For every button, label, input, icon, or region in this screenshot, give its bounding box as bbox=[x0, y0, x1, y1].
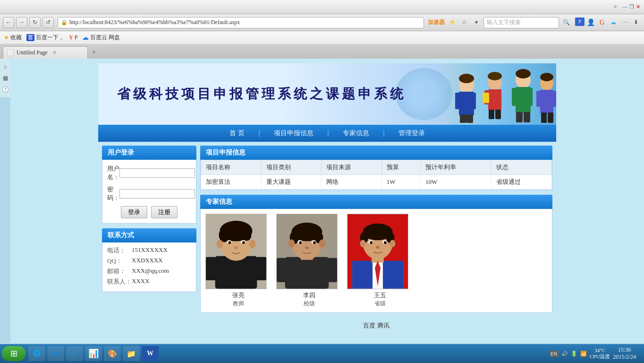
nav-project[interactable]: 项目申报信息 bbox=[272, 129, 315, 138]
restore-button[interactable]: ❐ bbox=[629, 4, 634, 10]
taskbar-app-5[interactable]: 🎨 bbox=[104, 346, 121, 361]
nav-expert[interactable]: 专家信息 bbox=[341, 129, 371, 138]
bookmark-yp[interactable]: Y P bbox=[69, 34, 77, 41]
taskbar: ⊞ 🌐 ● S 📊 🎨 📁 W EN 🔊 🔋 📶 34°C CPU温度 15:3… bbox=[0, 344, 644, 363]
taskbar-app-3[interactable]: S bbox=[66, 346, 83, 361]
home-sidebar-icon[interactable]: ⌂ bbox=[1, 62, 9, 71]
title-bar: ≡ — ❐ ✕ bbox=[0, 0, 644, 14]
expert-level-2: 校级 bbox=[276, 300, 342, 308]
expert-1-svg bbox=[206, 214, 266, 289]
svg-rect-61 bbox=[277, 258, 286, 282]
nav-divider-1: ｜ bbox=[256, 129, 263, 138]
svg-rect-48 bbox=[285, 257, 329, 289]
expert-grid: 张亮 教师 bbox=[201, 209, 552, 312]
tab-close-button[interactable]: ✕ bbox=[52, 50, 57, 56]
keyboard-icon: EN bbox=[550, 351, 559, 357]
nav-home[interactable]: 首 页 bbox=[228, 129, 246, 138]
phone-row: 电话： 151XXXXXX bbox=[107, 246, 191, 255]
expert-photo-2 bbox=[276, 214, 338, 289]
taskbar-word-icon[interactable]: W bbox=[142, 346, 159, 361]
baidu-icon: 百 bbox=[26, 34, 34, 41]
svg-point-77 bbox=[370, 241, 373, 244]
right-panel: 项目申报信息 项目名称 项目类别 项目来源 预算 预计年利率 状态 bbox=[200, 146, 552, 334]
svg-point-43 bbox=[242, 241, 245, 244]
svg-rect-15 bbox=[483, 93, 489, 103]
expert-name-3: 王五 bbox=[347, 291, 413, 300]
toolbar-right-icons: P 👤 G ☁ ⋯ ⬇ bbox=[575, 17, 641, 28]
svg-point-60 bbox=[305, 246, 309, 249]
left-panel: 用户登录 用户名： 密 码： 登录 注册 联系 bbox=[102, 146, 196, 334]
project-section-body: 项目名称 项目类别 项目来源 预算 预计年利率 状态 加 bbox=[200, 160, 552, 190]
download-icon[interactable]: ⬇ bbox=[631, 17, 641, 28]
svg-point-79 bbox=[376, 246, 380, 249]
register-button[interactable]: 注册 bbox=[151, 206, 178, 218]
password-label: 密 码： bbox=[107, 185, 119, 202]
expert-photo-1 bbox=[205, 214, 267, 289]
svg-point-44 bbox=[234, 246, 238, 249]
svg-point-74 bbox=[390, 240, 396, 247]
start-button[interactable]: ⊞ bbox=[2, 346, 25, 361]
expert-name-1: 张亮 bbox=[205, 291, 271, 300]
col-source: 项目来源 bbox=[322, 160, 382, 175]
refresh-button[interactable]: ↻ bbox=[29, 17, 41, 28]
back-button[interactable]: ← bbox=[3, 17, 14, 28]
cell-status: 省级通过 bbox=[491, 175, 552, 190]
svg-rect-27 bbox=[541, 112, 547, 123]
cell-category: 重大课题 bbox=[261, 175, 322, 190]
bookmark-cloud[interactable]: ☁ 百度云 网盘 bbox=[82, 34, 120, 42]
active-tab[interactable]: Untitled Page ✕ bbox=[3, 46, 88, 59]
minimize-button[interactable]: — bbox=[622, 4, 627, 10]
username-input[interactable] bbox=[119, 168, 195, 178]
bookmark-baidu[interactable]: 百 百度一下， bbox=[26, 34, 64, 42]
bookmark-star[interactable]: ★ 收藏 bbox=[4, 34, 22, 42]
qq-row: QQ： XXDXXXX bbox=[107, 257, 191, 265]
clock-sidebar-icon[interactable]: 🕐 bbox=[1, 85, 9, 94]
speaker-icon[interactable]: 🔊 bbox=[561, 351, 568, 357]
svg-point-42 bbox=[228, 241, 231, 244]
search-icon[interactable]: 🔍 bbox=[561, 17, 571, 28]
plugin-icon-2[interactable]: 👤 bbox=[585, 17, 596, 28]
plugin-icon-1[interactable]: P bbox=[575, 17, 585, 26]
system-clock: 15:36 2015/2/24 bbox=[613, 346, 636, 361]
expert-photo-3 bbox=[347, 214, 408, 289]
taskbar-app-6[interactable]: 📁 bbox=[123, 346, 140, 361]
svg-point-37 bbox=[222, 222, 250, 233]
svg-point-58 bbox=[299, 241, 302, 244]
password-input[interactable] bbox=[119, 189, 195, 199]
search-bar[interactable]: 输入文字搜索 bbox=[483, 17, 559, 28]
tab-title: Untitled Page bbox=[17, 49, 48, 56]
new-tab-button[interactable]: + bbox=[88, 46, 100, 59]
taskbar-app-4[interactable]: 📊 bbox=[85, 346, 102, 361]
plugin-icon-4[interactable]: ☁ bbox=[608, 17, 619, 28]
plugin-icon-3[interactable]: G bbox=[597, 17, 607, 28]
lightning-icon[interactable]: ⚡ bbox=[447, 17, 457, 28]
svg-rect-20 bbox=[516, 112, 523, 122]
plugin-icon-5[interactable]: ⋯ bbox=[619, 17, 630, 28]
star-icon[interactable]: ☆ bbox=[459, 17, 469, 28]
login-buttons: 登录 注册 bbox=[107, 206, 191, 218]
login-button[interactable]: 登录 bbox=[121, 206, 147, 218]
svg-rect-66 bbox=[383, 261, 403, 289]
close-button[interactable]: ✕ bbox=[636, 4, 640, 10]
search-placeholder: 输入文字搜索 bbox=[487, 18, 521, 26]
address-bar[interactable]: 🔒 http://localhost:8423/%e6%ba%90%e4%bb%… bbox=[58, 17, 424, 28]
tab-favicon bbox=[7, 50, 14, 56]
speed-button[interactable]: 加速器 bbox=[428, 18, 445, 26]
layers-sidebar-icon[interactable]: ▦ bbox=[1, 74, 9, 82]
nav-admin[interactable]: 管理登录 bbox=[397, 129, 427, 138]
window-controls[interactable]: ≡ — ❐ ✕ bbox=[614, 4, 640, 10]
banner: 省级科技项目申报管理系统之课题申系统 bbox=[98, 63, 556, 125]
yp-icon: Y bbox=[69, 34, 73, 41]
undo-button[interactable]: ↺ bbox=[42, 17, 54, 28]
taskbar-app-2[interactable]: ● bbox=[47, 346, 64, 361]
col-budget: 预算 bbox=[381, 160, 420, 175]
security-icon: 🔒 bbox=[61, 19, 68, 26]
svg-rect-21 bbox=[524, 112, 530, 122]
taskbar-ie-icon[interactable]: 🌐 bbox=[28, 346, 45, 361]
forward-button[interactable]: → bbox=[16, 17, 27, 28]
dropdown-icon[interactable]: ▾ bbox=[471, 17, 482, 28]
cell-name: 加密算法 bbox=[201, 175, 262, 190]
menu-icon[interactable]: ≡ bbox=[614, 4, 617, 10]
svg-point-54 bbox=[288, 239, 295, 248]
nav-divider-3: ｜ bbox=[381, 129, 387, 138]
